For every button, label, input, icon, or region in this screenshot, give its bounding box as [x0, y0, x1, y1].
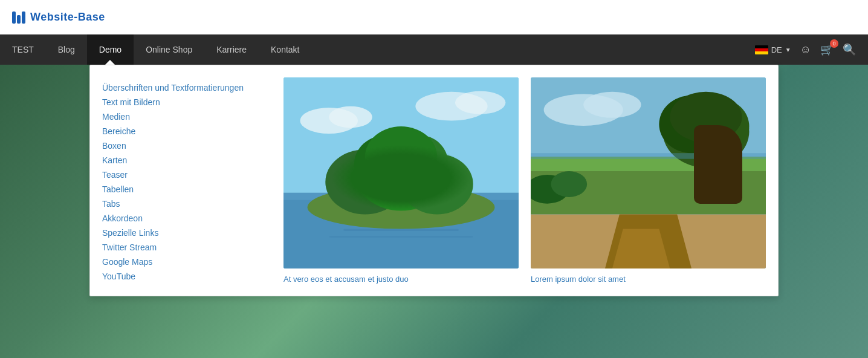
svg-rect-15	[329, 236, 473, 237]
logo[interactable]: Website-Base	[12, 11, 105, 24]
image-caption-left[interactable]: At vero eos et accusam et justo duo	[283, 275, 519, 284]
svg-rect-14	[343, 229, 459, 231]
nav-item-test[interactable]: TEST	[0, 34, 46, 65]
dropdown-item-tabs[interactable]: Tabs	[102, 197, 271, 211]
user-icon[interactable]: ☺	[800, 44, 811, 56]
dropdown-item-twitter-stream[interactable]: Twitter Stream	[102, 240, 271, 255]
image-path[interactable]	[531, 77, 766, 268]
svg-rect-25	[699, 135, 713, 200]
image-island[interactable]	[283, 77, 519, 268]
header: Website-Base	[0, 0, 868, 34]
dropdown-item-text-mit-bildern[interactable]: Text mit Bildern	[102, 95, 271, 109]
svg-point-18	[583, 92, 641, 118]
dropdown-menu: Überschriften und Textformatierungen Tex…	[89, 65, 779, 296]
dropdown-item-google-maps[interactable]: Google Maps	[102, 255, 271, 269]
svg-point-31	[551, 171, 588, 197]
nav-item-online-shop[interactable]: Online Shop	[134, 34, 204, 65]
dropdown-item-karten[interactable]: Karten	[102, 153, 271, 168]
dropdown-nav-list: Überschriften und Textformatierungen Tex…	[102, 77, 271, 284]
flag-icon	[755, 45, 768, 54]
search-icon[interactable]: 🔍	[843, 43, 856, 56]
dropdown-images: At vero eos et accusam et justo duo	[283, 77, 766, 284]
lang-label[interactable]: DE	[771, 45, 782, 54]
nav-item-demo[interactable]: Demo	[87, 34, 134, 65]
svg-point-2	[329, 106, 372, 128]
logo-brand: Website-	[30, 11, 78, 23]
svg-point-29	[670, 92, 742, 142]
image-caption-right[interactable]: Lorem ipsum dolor sit amet	[531, 275, 766, 284]
image-card-right: Lorem ipsum dolor sit amet	[531, 77, 766, 284]
lang-dropdown-arrow: ▼	[785, 47, 791, 53]
nav-item-blog[interactable]: Blog	[46, 34, 87, 65]
svg-point-10	[401, 154, 473, 214]
dropdown-item-uberschriften[interactable]: Überschriften und Textformatierungen	[102, 80, 271, 95]
cart-badge: 0	[830, 39, 838, 48]
logo-icon	[12, 11, 25, 24]
nav-item-kontakt[interactable]: Kontakt	[259, 34, 311, 65]
svg-point-8	[325, 149, 404, 214]
cart-wrapper[interactable]: 🛒 0	[820, 43, 834, 56]
logo-suffix: Base	[78, 11, 105, 23]
logo-text: Website-Base	[30, 11, 105, 24]
dropdown-item-medien[interactable]: Medien	[102, 109, 271, 124]
svg-point-4	[455, 91, 505, 114]
dropdown-item-tabellen[interactable]: Tabellen	[102, 182, 271, 197]
nav-item-karriere[interactable]: Karriere	[204, 34, 259, 65]
nav-items: TEST Blog Demo Online Shop Karriere Kont…	[0, 34, 755, 65]
svg-point-13	[365, 126, 437, 187]
dropdown-item-youtube[interactable]: YouTube	[102, 269, 271, 284]
language-selector[interactable]: DE ▼	[755, 45, 791, 54]
image-card-left: At vero eos et accusam et justo duo	[283, 77, 519, 284]
svg-rect-32	[531, 153, 766, 159]
dropdown-item-bereiche[interactable]: Bereiche	[102, 124, 271, 138]
dropdown-item-spezielle-links[interactable]: Spezielle Links	[102, 226, 271, 240]
nav-right: DE ▼ ☺ 🛒 0 🔍	[755, 34, 868, 65]
dropdown-item-boxen[interactable]: Boxen	[102, 138, 271, 153]
navbar: TEST Blog Demo Online Shop Karriere Kont…	[0, 34, 868, 65]
dropdown-item-akkordeon[interactable]: Akkordeon	[102, 211, 271, 226]
dropdown-item-teaser[interactable]: Teaser	[102, 168, 271, 182]
